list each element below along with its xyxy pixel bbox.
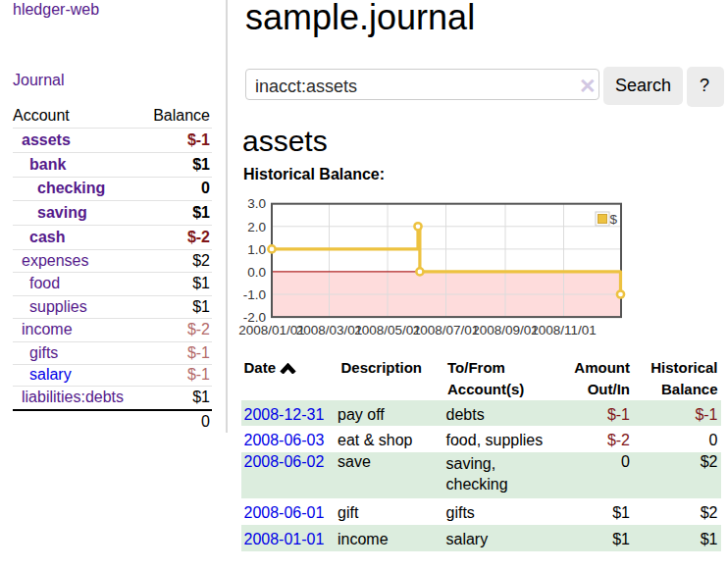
svg-text:$: $: [610, 212, 618, 227]
svg-text:-1.0: -1.0: [243, 287, 266, 302]
svg-text:2008/05/01: 2008/05/01: [354, 323, 421, 337]
svg-text:2008/11/01: 2008/11/01: [531, 323, 597, 337]
svg-text:2008/01/01: 2008/01/01: [238, 323, 305, 337]
svg-text:3.0: 3.0: [247, 196, 266, 211]
svg-text:2008/03/01: 2008/03/01: [296, 323, 363, 337]
svg-text:0.0: 0.0: [247, 265, 266, 280]
svg-text:1.0: 1.0: [247, 242, 266, 257]
svg-text:2.0: 2.0: [247, 220, 266, 234]
svg-text:2008/07/01: 2008/07/01: [413, 323, 480, 337]
svg-text:2008/09/01: 2008/09/01: [472, 323, 539, 337]
